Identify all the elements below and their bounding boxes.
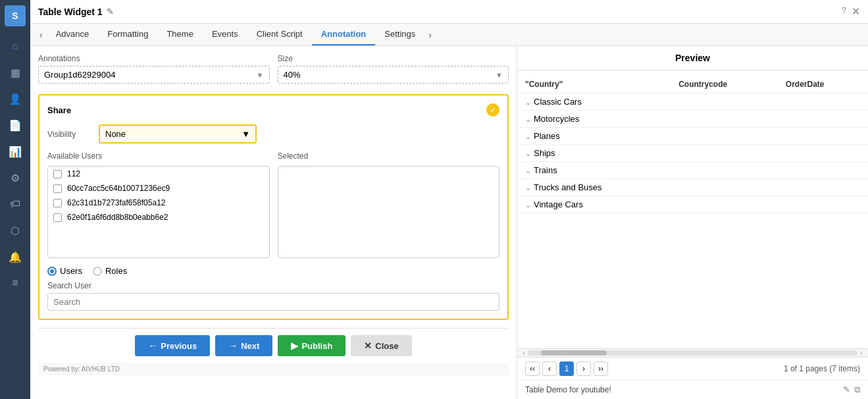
expand-icon[interactable]: ⌄: [525, 167, 531, 174]
size-chevron-icon: ▼: [496, 71, 503, 79]
search-section: Search User: [47, 281, 499, 311]
radio-users-label[interactable]: Users: [47, 266, 82, 276]
sidebar-icon-home[interactable]: ⌂: [3, 34, 27, 58]
form-group-size: Size 40% ▼: [278, 54, 509, 84]
radio-users-circle[interactable]: [47, 267, 57, 276]
expand-icon[interactable]: ⌄: [525, 115, 531, 123]
close-button[interactable]: ✕ Close: [351, 335, 411, 356]
preview-footer: Table Demo for youtube! ✎ ⧉: [517, 380, 868, 399]
expand-icon[interactable]: ⌄: [525, 201, 531, 209]
expand-icon[interactable]: ⌄: [525, 132, 531, 140]
sidebar-icon-user[interactable]: 👤: [3, 87, 27, 111]
table-row: ⌄Motorcycles: [517, 111, 868, 128]
page-current[interactable]: 1: [559, 361, 574, 376]
page-prev-btn[interactable]: ‹: [542, 361, 557, 376]
page-count: 1 of 1 pages (7 items): [784, 364, 860, 373]
users-split: Available Users 112 60cc7acc5c64b1007123…: [47, 151, 499, 258]
user-label-112: 112: [67, 169, 80, 178]
body-split: Annotations Group1d62929004 ▼ Size 40% ▼: [30, 46, 868, 399]
tab-theme[interactable]: Theme: [157, 24, 202, 45]
page-next-btn[interactable]: ›: [576, 361, 591, 376]
list-item: 62c31d1b7273faf658f05a12: [48, 196, 269, 210]
user-checkbox-62e0[interactable]: [53, 213, 62, 222]
share-toggle-icon[interactable]: ✓: [486, 103, 499, 117]
copy-footer-icon[interactable]: ⧉: [854, 385, 860, 395]
tab-formatting[interactable]: Formatting: [98, 24, 157, 45]
tab-annotation[interactable]: Annotation: [312, 24, 376, 45]
col-header-country: "Country": [517, 76, 671, 93]
search-input[interactable]: [47, 293, 499, 311]
row-cell: [778, 179, 868, 196]
row-cell: [778, 128, 868, 145]
visibility-select[interactable]: None ▼: [99, 124, 257, 144]
user-checkbox-60cc[interactable]: [53, 184, 62, 193]
edit-footer-icon[interactable]: ✎: [843, 385, 850, 395]
annotations-select[interactable]: Group1d62929004 ▼: [38, 66, 270, 84]
row-cell: [778, 145, 868, 162]
row-cell: [671, 179, 778, 196]
sidebar-icon-flow[interactable]: ⬡: [3, 219, 27, 242]
tab-next-btn[interactable]: ›: [424, 27, 436, 43]
row-cell: [671, 196, 778, 213]
prev-arrow-icon: ←: [148, 340, 157, 351]
page-first-btn[interactable]: ‹‹: [525, 361, 540, 376]
previous-button[interactable]: ← Previous: [135, 335, 210, 356]
sidebar-icon-settings[interactable]: ⚙: [3, 166, 27, 190]
horizontal-scrollbar[interactable]: ‹ ›: [517, 348, 868, 358]
publish-button[interactable]: ▶ Publish: [278, 335, 345, 356]
user-checkbox-62c3[interactable]: [53, 199, 62, 207]
sidebar-icon-chart[interactable]: 📊: [3, 140, 27, 163]
table-row: ⌄Trucks and Buses: [517, 179, 868, 196]
row-cell: [671, 162, 778, 179]
next-button[interactable]: → Next: [215, 335, 272, 356]
available-users-list[interactable]: 112 60cc7acc5c64b10071236ec9 62c31d1b727…: [47, 166, 270, 258]
sidebar-icon-tag[interactable]: 🏷: [3, 192, 27, 216]
sidebar-icon-grid[interactable]: ▦: [3, 61, 27, 84]
table-row: ⌄Trains: [517, 162, 868, 179]
size-select[interactable]: 40% ▼: [278, 66, 509, 84]
sidebar-icon-alert[interactable]: 🔔: [3, 245, 27, 269]
footer-icons: ✎ ⧉: [843, 385, 860, 395]
share-section: Share ✓ Visibility None ▼ Available User…: [38, 94, 509, 320]
tab-prev-btn[interactable]: ‹: [36, 27, 47, 43]
form-group-annotations: Annotations Group1d62929004 ▼: [38, 54, 270, 84]
tab-events[interactable]: Events: [203, 24, 247, 45]
sidebar-icon-doc[interactable]: 📄: [3, 113, 27, 137]
scroll-track[interactable]: [528, 350, 857, 356]
scroll-right-arrow[interactable]: ›: [860, 348, 863, 358]
sidebar: S ⌂ ▦ 👤 📄 📊 ⚙ 🏷 ⬡ 🔔 ≡: [0, 0, 30, 399]
row-cell: ⌄Planes: [517, 128, 671, 145]
scroll-thumb[interactable]: [541, 350, 607, 356]
search-label: Search User: [47, 281, 499, 290]
window-title: Table Widget 1: [38, 7, 103, 17]
expand-icon[interactable]: ⌄: [525, 184, 531, 192]
logo: S: [5, 5, 26, 26]
pagination-row: ‹‹ ‹ 1 › ›› 1 of 1 pages (7 items): [517, 358, 868, 380]
tab-advance[interactable]: Advance: [47, 24, 99, 45]
expand-icon[interactable]: ⌄: [525, 98, 531, 106]
radio-roles-circle[interactable]: [93, 267, 102, 276]
next-arrow-icon: →: [228, 340, 238, 351]
row-cell: [778, 196, 868, 213]
scroll-left-arrow[interactable]: ‹: [523, 348, 525, 358]
edit-title-icon[interactable]: ✎: [107, 7, 114, 16]
pagination-nav: ‹‹ ‹ 1 › ››: [525, 361, 608, 376]
tab-client-script[interactable]: Client Script: [247, 24, 312, 45]
tab-settings[interactable]: Settings: [375, 24, 424, 45]
help-icon[interactable]: ?: [842, 5, 846, 18]
annotations-chevron-icon: ▼: [257, 71, 264, 79]
available-users-label: Available Users: [47, 151, 270, 161]
table-row: ⌄Ships: [517, 145, 868, 162]
next-label: Next: [241, 341, 259, 351]
row-cell: ⌄Classic Cars: [517, 93, 671, 111]
user-checkbox-112[interactable]: [53, 170, 62, 178]
radio-roles-label[interactable]: Roles: [93, 266, 127, 276]
expand-icon[interactable]: ⌄: [525, 149, 531, 157]
page-last-btn[interactable]: ››: [594, 361, 608, 376]
radio-users-text: Users: [60, 266, 82, 276]
close-window-icon[interactable]: ✕: [852, 5, 860, 18]
list-item: 62e0f1a6f6dd8b8b0eabb6e2: [48, 210, 269, 225]
row-cell: [778, 93, 868, 111]
list-item: 112: [48, 167, 269, 181]
sidebar-icon-menu[interactable]: ≡: [3, 271, 27, 295]
